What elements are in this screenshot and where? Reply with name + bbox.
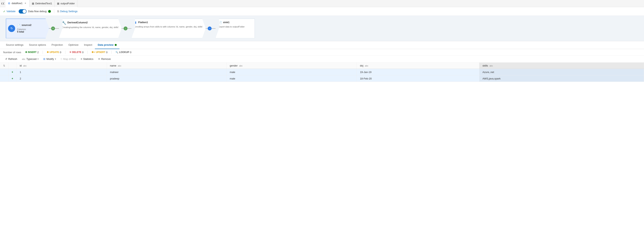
row1-name: maheer: [107, 69, 226, 75]
col-marker-header: [8, 63, 16, 69]
stat-div-2: [65, 51, 66, 54]
tab-dataflow1[interactable]: ⚙ dataflow1 ✕: [6, 0, 30, 7]
modify-label: Modify: [46, 57, 54, 60]
lookup-icon: 🔍: [116, 51, 118, 54]
delete-icon: ✕: [69, 51, 71, 54]
delete-value: 0: [82, 51, 84, 54]
derived-icon-area: 🔧 DerivedColumn2: [62, 21, 88, 25]
table-row: + 2 pradeep male 18-Feb-20 AWS,java,spar…: [0, 75, 644, 82]
pipeline-wrapper: ↻ 📄 source2 Columns: 5 total + 🔧 Derived…: [2, 16, 253, 41]
modify-icon: ⊞: [43, 57, 46, 60]
col-doj-type: abc: [365, 65, 368, 67]
col-doj-header: doj abc: [357, 63, 479, 69]
tab-delimited[interactable]: ▦ DelimitedText1: [30, 0, 54, 7]
typecast-dropdown-icon: ▾: [38, 58, 38, 60]
flatten-node-desc: Unrolling arrays from skills to with col…: [134, 25, 203, 28]
derived-node-icon: 🔧: [62, 21, 66, 25]
row1-gender: male: [226, 69, 357, 75]
tab-source-settings[interactable]: Source settings: [3, 41, 26, 49]
delete-label: DELETE: [72, 51, 81, 54]
table-row: + 1 maheer male 19-Jan-19 Azure,.net: [0, 69, 644, 75]
insert-label: INSERT: [28, 51, 36, 54]
debug-settings-label: Debug Settings: [60, 10, 78, 13]
row1-marker: +: [8, 69, 16, 75]
col-sort-header: ⇅: [0, 63, 8, 69]
tab-bar: ❮❮ ⚙ dataflow1 ✕ ▦ DelimitedText1 ▦ outp…: [0, 0, 644, 7]
tab-inspect[interactable]: Inspect: [81, 41, 95, 49]
refresh-button[interactable]: ↺ Refresh: [3, 57, 19, 61]
pipeline-node-flatten[interactable]: ⬇ Flatten1 Unrolling arrays from skills …: [132, 19, 206, 38]
upsert-stat: ✱+ UPSERT 0: [92, 51, 108, 54]
insert-stat: ✚ INSERT 2: [25, 51, 39, 54]
validate-label: Validate: [6, 10, 16, 13]
tab-dataflow1-close[interactable]: ✕: [24, 2, 27, 5]
row2-skills: AWS,java,spark: [479, 75, 644, 82]
tab-data-preview[interactable]: Data preview: [95, 41, 119, 49]
derived-node-desc: Creating/updating the columns 'id, name,…: [62, 26, 119, 29]
sub-tab-bar: Source settings Source options Projectio…: [0, 41, 644, 49]
statistics-button[interactable]: ≡ Statistics: [79, 57, 96, 61]
row1-marker-icon: +: [12, 70, 13, 74]
sink-node-icon: 📄: [218, 21, 222, 24]
col-doj-label: doj: [360, 64, 363, 67]
row2-marker-icon: +: [12, 77, 13, 80]
rows-label: Number of rows: [3, 51, 21, 54]
main-toolbar: ✓ Validate Data flow debug ⎘ Debug Setti…: [0, 7, 644, 16]
source-circle-icon: ↻: [8, 25, 15, 32]
pipeline-node-derived[interactable]: 🔧 DerivedColumn2 Creating/updating the c…: [59, 19, 122, 38]
lookup-label: LOOKUP: [119, 51, 129, 54]
row1-skills: Azure,.net: [479, 69, 644, 75]
typecast-label: Typecast: [26, 57, 36, 60]
debug-toggle[interactable]: [19, 9, 26, 13]
col-skills-type: abc: [490, 65, 493, 67]
update-stat: ✱ UPDATE 0: [47, 51, 61, 54]
lookup-value: 0: [130, 51, 132, 54]
tab-source-options[interactable]: Source options: [26, 41, 49, 49]
table-header-row: ⇅ id abc name abc gender abc doj abc: [0, 63, 644, 69]
tab-outputfolder[interactable]: ▦ outputFolder: [54, 0, 78, 7]
col-gender-label: gender: [230, 64, 238, 67]
connector-2b: [128, 28, 132, 29]
sink-node-title: sink1: [223, 21, 230, 24]
typecast-button[interactable]: abc Typecast ▾: [20, 57, 41, 61]
update-value: 0: [60, 51, 61, 54]
tab-delimited-label: DelimitedText1: [35, 2, 52, 5]
transform-add-icon-1: +: [51, 26, 55, 30]
col-id-type: abc: [23, 65, 27, 67]
map-drifted-button[interactable]: ⎘ Map drifted: [59, 57, 78, 61]
remove-label: Remove: [101, 57, 110, 60]
col-name-header: name abc: [107, 63, 226, 69]
col-id-label: id: [20, 64, 22, 67]
col-skills-header: skills abc: [479, 63, 644, 69]
modify-dropdown-icon: ▾: [55, 58, 56, 60]
tab-optimize[interactable]: Optimize: [66, 41, 81, 49]
remove-button[interactable]: ✕ Remove: [96, 57, 112, 61]
expand-panel-btn[interactable]: ❮❮: [0, 0, 6, 7]
flatten-node-title: Flatten1: [138, 21, 148, 24]
debug-settings-button[interactable]: ⎘ Debug Settings: [57, 10, 78, 13]
debug-settings-icon: ⎘: [57, 10, 59, 13]
sort-icon: ⇅: [3, 64, 5, 67]
debug-toggle-container: Data flow debug: [19, 9, 51, 13]
action-toolbar: ↺ Refresh abc Typecast ▾ ⊞ Modify ▾ ⎘ Ma…: [0, 55, 644, 63]
validate-button[interactable]: ✓ Validate: [3, 10, 16, 13]
connector-1b: [55, 28, 59, 29]
validate-icon: ✓: [3, 10, 6, 13]
refresh-icon: ↺: [5, 57, 7, 60]
row1-sort: [0, 69, 8, 75]
col-gender-header: gender abc: [226, 63, 357, 69]
col-id-header: id abc: [16, 63, 107, 69]
refresh-label: Refresh: [8, 57, 17, 60]
statistics-icon: ≡: [81, 57, 82, 60]
tab-outputfolder-label: outputFolder: [60, 2, 75, 5]
row2-sort: [0, 75, 8, 82]
delimited-icon: ▦: [32, 2, 34, 5]
pipeline-node-source2[interactable]: ↻ 📄 source2 Columns: 5 total: [6, 19, 49, 38]
tab-projection[interactable]: Projection: [49, 41, 66, 49]
pipeline-node-sink[interactable]: 📄 sink1 Export data to outputFolder: [216, 19, 255, 38]
pipeline-canvas: ↻ 📄 source2 Columns: 5 total + 🔧 Derived…: [0, 16, 644, 41]
map-drifted-label: Map drifted: [63, 57, 76, 60]
flatten-node-icon: ⬇: [134, 21, 137, 24]
modify-button[interactable]: ⊞ Modify ▾: [41, 57, 58, 61]
row2-marker: +: [8, 75, 16, 82]
